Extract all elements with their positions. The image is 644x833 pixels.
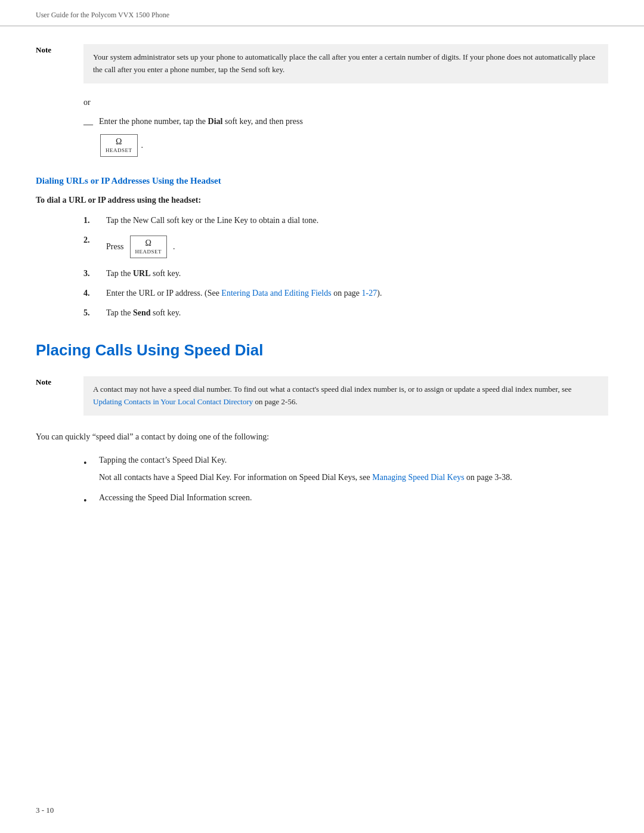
- step-3-text: Tap the URL soft key.: [106, 267, 181, 280]
- managing-speed-dial-keys-link[interactable]: Managing Speed Dial Keys: [372, 473, 464, 482]
- step-4-num: 4.: [83, 286, 98, 300]
- bullet-1-main: Tapping the contact’s Speed Dial Key.: [99, 456, 227, 465]
- updating-contacts-link[interactable]: Updating Contacts in Your Local Contact …: [93, 397, 253, 406]
- note-2-label: Note: [36, 376, 72, 416]
- dialing-sub-heading: To dial a URL or IP address using the he…: [36, 196, 608, 205]
- step-1-text: Tap the New Call soft key or the Line Ke…: [106, 213, 318, 227]
- bullet-1-content: Tapping the contact’s Speed Dial Key. No…: [99, 453, 608, 484]
- or-separator: or: [83, 98, 608, 107]
- bullet-2-content: Accessing the Speed Dial Information scr…: [99, 491, 608, 509]
- headset-icon-step2: Ω: [145, 239, 151, 249]
- step-5-text: Tap the Send soft key.: [106, 306, 181, 320]
- header-title: User Guide for the Polycom VVX 1500 Phon…: [36, 11, 169, 19]
- note-1-box: Your system administrator sets up your p…: [83, 44, 608, 83]
- headset-button-inline: Ω HEADSET: [100, 134, 138, 157]
- dial-bold: Dial: [208, 117, 223, 126]
- page-number: 3 - 10: [36, 806, 54, 815]
- bullet-dot-2: •: [83, 493, 93, 509]
- step-1-num: 1.: [83, 213, 98, 227]
- bullet-list: • Tapping the contact’s Speed Dial Key. …: [83, 453, 608, 509]
- bullet-dot-1: •: [83, 456, 93, 484]
- url-bold: URL: [133, 269, 151, 278]
- dash-text-before: Enter the phone number, tap the: [99, 117, 208, 126]
- headset-icon: Ω: [116, 137, 122, 147]
- bullet-1: • Tapping the contact’s Speed Dial Key. …: [83, 453, 608, 484]
- note-1-text: Your system administrator sets up your p…: [93, 52, 595, 74]
- note-2-container: Note A contact may not have a speed dial…: [36, 376, 608, 416]
- content-area: Note Your system administrator sets up y…: [0, 26, 644, 550]
- press-text: Press: [106, 240, 124, 253]
- step-1: 1. Tap the New Call soft key or the Line…: [83, 213, 608, 227]
- dash-item: — Enter the phone number, tap the Dial s…: [83, 114, 608, 159]
- step-3: 3. Tap the URL soft key.: [83, 267, 608, 280]
- step-3-num: 3.: [83, 267, 98, 280]
- dash-content: Enter the phone number, tap the Dial sof…: [99, 114, 303, 159]
- headset-label: HEADSET: [106, 147, 132, 154]
- step-5-num: 5.: [83, 306, 98, 320]
- headset-button-step2: Ω HEADSET: [130, 236, 168, 258]
- step-2-num: 2.: [83, 233, 98, 261]
- step-4: 4. Enter the URL or IP address. (See Ent…: [83, 286, 608, 300]
- note-1-container: Note Your system administrator sets up y…: [36, 44, 608, 83]
- dash-text-after: soft key, and then press: [222, 117, 302, 126]
- bullet-1-sub: Not all contacts have a Speed Dial Key. …: [99, 470, 608, 484]
- step-2: 2. Press Ω HEADSET .: [83, 233, 608, 261]
- placing-calls-heading: Placing Calls Using Speed Dial: [36, 341, 608, 360]
- bullet-2-main: Accessing the Speed Dial Information scr…: [99, 493, 252, 502]
- step-4-text: Enter the URL or IP address. (See Enteri…: [106, 286, 382, 300]
- page-footer: 3 - 10: [36, 806, 54, 815]
- send-bold: Send: [133, 308, 151, 317]
- step-2-content: Press Ω HEADSET .: [106, 233, 175, 261]
- page-wrapper: User Guide for the Polycom VVX 1500 Phon…: [0, 0, 644, 833]
- note-2-text-before: A contact may not have a speed dial numb…: [93, 385, 571, 394]
- step-5: 5. Tap the Send soft key.: [83, 306, 608, 320]
- entering-data-link[interactable]: Entering Data and Editing Fields: [221, 289, 331, 298]
- headset-label-step2: HEADSET: [135, 249, 162, 255]
- note-1-label: Note: [36, 44, 72, 83]
- bullet-2: • Accessing the Speed Dial Information s…: [83, 491, 608, 509]
- period-after-button: .: [141, 138, 144, 153]
- dash-symbol: —: [83, 116, 93, 132]
- note-2-box: A contact may not have a speed dial numb…: [83, 376, 608, 416]
- page-header: User Guide for the Polycom VVX 1500 Phon…: [0, 0, 644, 26]
- note-2-text-after: on page 2-56.: [253, 397, 297, 406]
- period-step2: .: [173, 240, 175, 253]
- numbered-steps: 1. Tap the New Call soft key or the Line…: [83, 213, 608, 320]
- dialing-section-heading: Dialing URLs or IP Addresses Using the H…: [36, 176, 608, 186]
- page-link-1-27[interactable]: 1-27: [362, 289, 377, 298]
- intro-paragraph: You can quickly “speed dial” a contact b…: [36, 430, 608, 444]
